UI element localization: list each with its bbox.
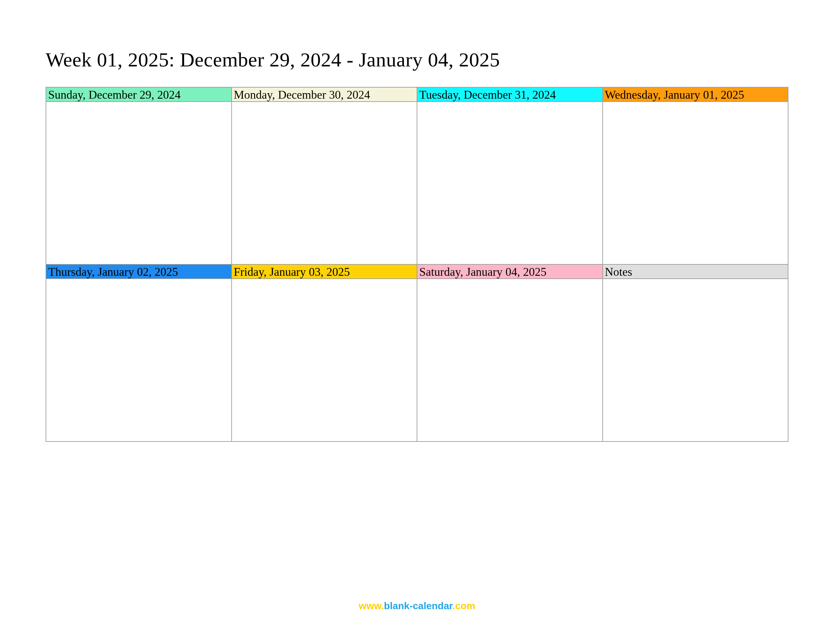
notes-cell[interactable] (602, 278, 788, 441)
footer-link[interactable]: www.blank-calendar.com (0, 600, 834, 612)
day-header-monday: Monday, December 30, 2024 (231, 87, 417, 101)
page-title: Week 01, 2025: December 29, 2024 - Janua… (45, 48, 789, 71)
day-cell-monday[interactable] (231, 101, 417, 264)
day-cell-wednesday[interactable] (602, 101, 788, 264)
day-header-sunday: Sunday, December 29, 2024 (45, 87, 231, 101)
day-cell-friday[interactable] (231, 278, 417, 441)
day-header-friday: Friday, January 03, 2025 (231, 264, 417, 278)
footer-part-tld: .com (453, 600, 475, 611)
weekly-calendar-page: Week 01, 2025: December 29, 2024 - Janua… (0, 0, 834, 644)
day-header-saturday: Saturday, January 04, 2025 (417, 264, 602, 278)
day-header-thursday: Thursday, January 02, 2025 (45, 264, 231, 278)
day-cell-thursday[interactable] (45, 278, 231, 441)
day-cell-sunday[interactable] (45, 101, 231, 264)
calendar-grid: Sunday, December 29, 2024 Monday, Decemb… (45, 87, 789, 442)
notes-header: Notes (602, 264, 788, 278)
day-header-wednesday: Wednesday, January 01, 2025 (602, 87, 788, 101)
footer-part-domain: blank-calendar (384, 600, 453, 611)
day-header-tuesday: Tuesday, December 31, 2024 (417, 87, 602, 101)
day-cell-tuesday[interactable] (417, 101, 602, 264)
footer-part-www: www. (359, 600, 384, 611)
day-cell-saturday[interactable] (417, 278, 602, 441)
